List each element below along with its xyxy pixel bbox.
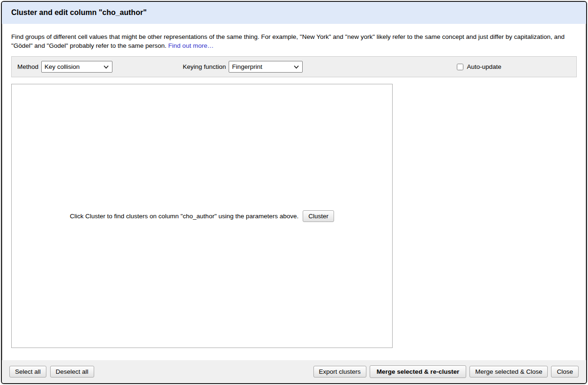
method-label: Method (17, 63, 38, 70)
description-body: Find groups of different cell values tha… (11, 33, 565, 49)
auto-update-label: Auto-update (467, 63, 501, 70)
footer-right-group: Export clusters Merge selected & re-clus… (313, 365, 579, 378)
merge-selected-close-button[interactable]: Merge selected & Close (469, 366, 548, 378)
keying-function-group: Keying function Fingerprint (183, 61, 303, 73)
cluster-prompt-message: Click Cluster to find clusters on column… (70, 213, 298, 220)
method-group: Method Key collision (17, 61, 112, 73)
close-button[interactable]: Close (551, 366, 579, 378)
dialog-body: Find groups of different cell values tha… (2, 24, 586, 360)
cluster-button[interactable]: Cluster (303, 210, 334, 222)
dialog-header: Cluster and edit column "cho_author" (2, 2, 586, 24)
dialog-footer: Select all Deselect all Export clusters … (2, 360, 586, 383)
merge-selected-recluster-button[interactable]: Merge selected & re-cluster (370, 365, 466, 378)
keying-function-select[interactable]: Fingerprint (229, 61, 303, 73)
keying-function-label: Keying function (183, 63, 226, 70)
clusters-results-panel: Click Cluster to find clusters on column… (11, 84, 393, 348)
select-all-button[interactable]: Select all (9, 366, 46, 378)
deselect-all-button[interactable]: Deselect all (50, 366, 94, 378)
controls-bar: Method Key collision Keying function Fin… (11, 56, 577, 77)
find-out-more-link[interactable]: Find out more… (168, 42, 214, 49)
auto-update-group: Auto-update (457, 63, 501, 70)
description-text: Find groups of different cell values tha… (11, 32, 577, 50)
cluster-edit-dialog: Cluster and edit column "cho_author" Fin… (1, 1, 587, 384)
method-select[interactable]: Key collision (41, 61, 112, 73)
auto-update-checkbox[interactable] (457, 64, 463, 70)
export-clusters-button[interactable]: Export clusters (313, 366, 366, 378)
dialog-title: Cluster and edit column "cho_author" (11, 8, 147, 16)
